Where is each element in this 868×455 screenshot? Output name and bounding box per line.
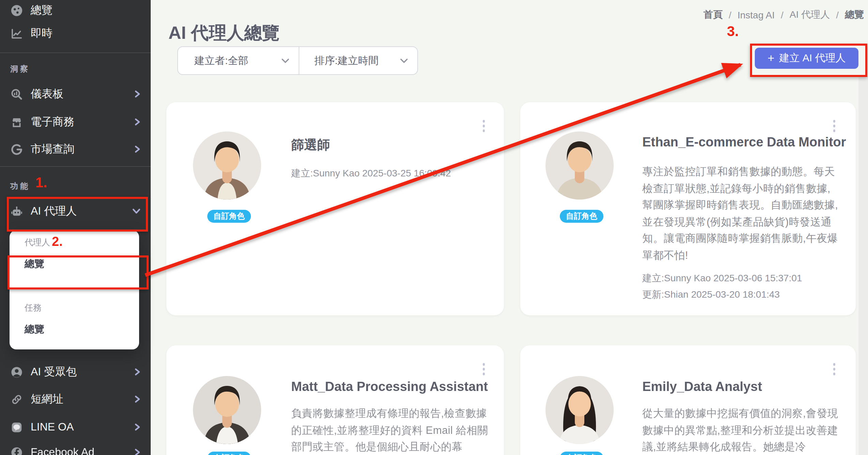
sidebar-item-label: Facebook Ad: [31, 446, 94, 455]
sidebar-item-dashboard[interactable]: 儀表板: [0, 84, 151, 104]
plus-icon: +: [768, 52, 775, 64]
kebab-menu-icon[interactable]: [830, 362, 838, 376]
creator-filter-select[interactable]: 建立者:全部: [178, 47, 299, 74]
create-ai-agent-label: 建立 AI 代理人: [779, 52, 845, 65]
chevron-down-icon: [132, 207, 141, 215]
chevron-right-icon: [133, 90, 141, 98]
avatar: [545, 131, 614, 200]
kebab-menu-icon[interactable]: [480, 119, 488, 133]
submenu-group-agent: 代理人: [25, 237, 50, 249]
filter-bar: 建立者:全部 排序:建立時間: [177, 46, 418, 75]
line-app-icon: [10, 420, 23, 434]
sidebar-divider: [0, 166, 151, 167]
chevron-right-icon: [133, 118, 141, 126]
chevron-right-icon: [133, 395, 141, 403]
agent-updated: 更新:Shian 2025-03-20 18:01:43: [642, 289, 780, 301]
agent-description: 負責將數據整理成有條理的報告,檢查數據的正確性,並將整理好的資料 Email 給…: [291, 405, 490, 455]
sidebar-item-line-oa[interactable]: LINE OA: [0, 418, 151, 437]
breadcrumb-current: 總覽: [845, 9, 864, 21]
sidebar-item-label: AI 代理人: [31, 204, 77, 218]
agent-description: 專注於監控訂單和銷售數據的動態。每天檢查訂單狀態,並記錄每小時的銷售數據,幫團隊…: [642, 163, 840, 264]
chevron-right-icon: [133, 368, 141, 376]
line-chart-icon: [10, 27, 23, 40]
kebab-menu-icon[interactable]: [830, 119, 838, 133]
facebook-icon: [10, 445, 23, 455]
breadcrumb-instag-ai[interactable]: Instag AI: [737, 10, 775, 20]
avatar: [545, 376, 614, 444]
breadcrumb-separator: /: [781, 10, 783, 20]
search-chart-icon: [10, 87, 23, 101]
avatar: [193, 131, 261, 200]
sidebar-divider: [0, 52, 151, 53]
breadcrumb-separator: /: [836, 10, 839, 20]
submenu-item-task-overview[interactable]: 總覽: [25, 323, 44, 336]
role-badge: 自訂角色: [207, 210, 251, 223]
submenu-item-agent-overview[interactable]: 總覽: [25, 257, 44, 270]
sort-filter-value: 排序:建立時間: [314, 54, 398, 67]
kebab-menu-icon[interactable]: [480, 362, 488, 376]
sidebar-item-ecommerce[interactable]: 電子商務: [0, 112, 151, 131]
agent-card[interactable]: Ethan_E-commerce Data Monitor 專注於監控訂單和銷售…: [520, 102, 856, 315]
sidebar-item-overview[interactable]: 總覽: [0, 1, 151, 20]
chevron-right-icon: [133, 145, 141, 153]
breadcrumb: 首頁 / Instag AI / AI 代理人 / 總覽: [703, 9, 864, 21]
sidebar-section-feature: 功能: [10, 181, 30, 191]
sidebar-item-shorturl[interactable]: 短網址: [0, 390, 151, 409]
chevron-down-icon: [282, 58, 289, 63]
storefront-icon: [10, 115, 23, 129]
agent-card[interactable]: Emily_Data Analyst 從大量的數據中挖掘有價值的洞察,會發現數據…: [520, 345, 856, 455]
sidebar-item-ai-agent[interactable]: AI 代理人: [0, 202, 151, 221]
submenu-divider: [10, 290, 139, 291]
creator-filter-value: 建立者:全部: [194, 54, 279, 67]
annotation-step-1: 1.: [35, 174, 47, 191]
sidebar: 總覽 即時 洞察 儀表板 電子商務: [0, 0, 151, 455]
scrollbar-track[interactable]: [858, 76, 868, 455]
link-icon: [10, 392, 23, 406]
agent-description: 從大量的數據中挖掘有價值的洞察,會發現數據中的異常點,整理和分析並提出改善建議,…: [642, 405, 840, 455]
sort-filter-select[interactable]: 排序:建立時間: [299, 47, 417, 74]
agent-name: Emily_Data Analyst: [642, 379, 762, 394]
breadcrumb-home[interactable]: 首頁: [703, 9, 722, 21]
google-g-icon: [10, 142, 23, 156]
sidebar-item-label: AI 受眾包: [31, 365, 77, 379]
breadcrumb-separator: /: [729, 10, 731, 20]
annotation-step-2: 2.: [52, 234, 63, 249]
annotation-step-3: 3.: [727, 23, 739, 40]
sidebar-item-market[interactable]: 市場查詢: [0, 140, 151, 159]
agent-created: 建立:Sunny Kao 2025-03-06 15:37:01: [642, 272, 802, 285]
chevron-right-icon: [133, 448, 141, 455]
sidebar-item-ai-audience[interactable]: AI 受眾包: [0, 362, 151, 381]
role-badge: 自訂角色: [560, 210, 603, 223]
user-circle-icon: [10, 365, 23, 379]
agent-name: 篩選師: [291, 136, 330, 154]
role-badge: 自訂角色: [207, 452, 251, 455]
agent-card[interactable]: Matt_Data Processing Assistant 負責將數據整理成有…: [166, 345, 504, 455]
role-badge: 自訂角色: [560, 452, 603, 455]
create-ai-agent-button[interactable]: + 建立 AI 代理人: [755, 48, 858, 69]
robot-icon: [10, 204, 23, 218]
ai-agent-submenu: 代理人 總覽 任務 總覽: [10, 230, 139, 349]
sidebar-item-label: 總覽: [31, 3, 53, 17]
agent-name: Matt_Data Processing Assistant: [291, 379, 488, 394]
agent-name: Ethan_E-commerce Data Monitor: [642, 135, 846, 150]
sidebar-item-label: 儀表板: [31, 87, 63, 101]
breadcrumb-ai-agent[interactable]: AI 代理人: [790, 9, 830, 21]
sidebar-item-facebook-ad[interactable]: Facebook Ad: [0, 443, 151, 455]
sidebar-item-label: 即時: [31, 26, 53, 41]
sidebar-item-realtime[interactable]: 即時: [0, 24, 151, 43]
page-title: AI 代理人總覽: [168, 21, 280, 45]
agent-card[interactable]: 篩選師 建立:Sunny Kao 2025-03-25 16:09:42 自訂角…: [166, 102, 504, 315]
sidebar-item-label: 短網址: [31, 392, 63, 406]
chevron-right-icon: [133, 423, 141, 431]
sidebar-item-label: 電子商務: [31, 115, 74, 129]
gauge-icon: [10, 3, 23, 17]
app-root: 總覽 即時 洞察 儀表板 電子商務: [0, 0, 868, 455]
sidebar-item-label: 市場查詢: [31, 142, 74, 156]
sidebar-item-label: LINE OA: [31, 421, 74, 433]
sidebar-section-insight: 洞察: [10, 64, 30, 74]
avatar: [193, 376, 261, 444]
chevron-down-icon: [400, 58, 408, 63]
agent-created: 建立:Sunny Kao 2025-03-25 16:09:42: [291, 168, 451, 180]
submenu-group-task: 任務: [25, 302, 42, 314]
